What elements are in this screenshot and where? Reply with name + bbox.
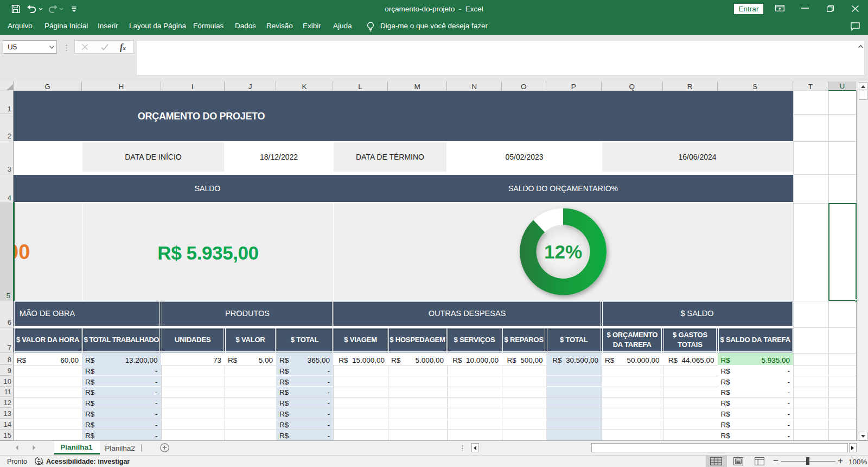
- svg-text:12%: 12%: [544, 241, 582, 262]
